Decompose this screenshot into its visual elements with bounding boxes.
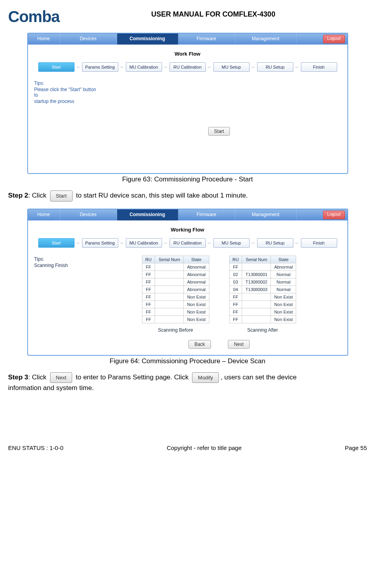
table-row: FFNon Exist xyxy=(229,301,296,308)
table-cell: Normal xyxy=(271,286,296,293)
scanning-before-table: RU Serial Num State FFAbnormalFFAbnormal… xyxy=(142,256,209,323)
step-ru-setup[interactable]: RU Setup xyxy=(257,238,293,248)
table-cell xyxy=(242,301,271,308)
step-finish[interactable]: Finish xyxy=(301,238,337,248)
tips-panel: Tips: Please click the "Start" button to… xyxy=(34,80,97,136)
table-cell: Non Exist xyxy=(271,308,296,315)
next-button[interactable]: Next xyxy=(228,340,250,349)
nav-firmware[interactable]: Firmware xyxy=(178,34,235,45)
logo: Comba xyxy=(8,8,60,26)
inline-modify-button[interactable]: Modify xyxy=(192,372,219,383)
footer-page: Page 55 xyxy=(345,444,367,451)
table-row: FFNon Exist xyxy=(142,315,209,323)
nav-management[interactable]: Management xyxy=(235,209,297,220)
nav-devices[interactable]: Devices xyxy=(60,34,117,45)
step-mu-cal[interactable]: MU Calibration xyxy=(126,238,162,248)
table-cell: Non Exist xyxy=(271,301,296,308)
col-ru: RU xyxy=(229,256,242,263)
table-cell: FF xyxy=(142,293,155,301)
col-state: State xyxy=(184,256,209,263)
step-finish[interactable]: Finish xyxy=(301,62,337,72)
arrow-icon: ↔ xyxy=(251,240,256,246)
step-mu-cal[interactable]: MU Calibration xyxy=(126,62,162,72)
table-cell: 04 xyxy=(229,286,242,293)
workflow-steps: Start↔ Params Setting↔ MU Calibration↔ R… xyxy=(38,62,337,72)
table-cell: FF xyxy=(142,271,155,278)
table-cell: FF xyxy=(142,278,155,286)
arrow-icon: ↔ xyxy=(207,240,212,246)
step-2-text: Step 2: Click Start to start RU device s… xyxy=(8,190,367,202)
nav-management[interactable]: Management xyxy=(235,34,297,45)
tips-line: startup the process xyxy=(34,99,97,104)
table-row: FFAbnormal xyxy=(142,271,209,278)
table-cell: Abnormal xyxy=(184,278,209,286)
table-cell: Abnormal xyxy=(184,271,209,278)
scanning-before-label: Scanning Before xyxy=(142,327,209,333)
table-cell: FF xyxy=(142,315,155,323)
step-mu-setup[interactable]: MU Setup xyxy=(213,238,250,248)
table-cell: 02 xyxy=(229,271,242,278)
table-row: FFNon Exist xyxy=(142,308,209,315)
table-cell: Non Exist xyxy=(184,293,209,301)
table-row: FFAbnormal xyxy=(142,286,209,293)
step-ru-cal[interactable]: RU Calibration xyxy=(170,238,206,248)
table-row: FFAbnormal xyxy=(229,263,296,271)
table-row: 03T13080002Normal xyxy=(229,278,296,286)
table-cell xyxy=(155,301,184,308)
workflow-title: Working Flow xyxy=(34,227,341,233)
table-cell xyxy=(155,293,184,301)
table-cell: T13080003 xyxy=(242,286,271,293)
table-cell: Normal xyxy=(271,271,296,278)
table-cell: Abnormal xyxy=(271,263,296,271)
tips-panel: Tips: Scanning Finish xyxy=(34,256,97,349)
table-cell: Non Exist xyxy=(271,293,296,301)
step-params[interactable]: Params Setting xyxy=(82,238,118,248)
table-cell: FF xyxy=(142,263,155,271)
tips-title: Tips: xyxy=(34,256,97,262)
table-cell xyxy=(155,263,184,271)
table-cell: FF xyxy=(229,293,242,301)
scanning-after-table: RU Serial Num State FFAbnormal02T1308000… xyxy=(229,256,297,323)
arrow-icon: ↔ xyxy=(119,64,124,70)
back-button[interactable]: Back xyxy=(188,340,211,349)
step-mu-setup[interactable]: MU Setup xyxy=(213,62,250,72)
col-state: State xyxy=(271,256,296,263)
table-row: FFNon Exist xyxy=(142,301,209,308)
logout-button[interactable]: Logout xyxy=(323,211,345,219)
nav-home[interactable]: Home xyxy=(28,209,60,220)
step-ru-setup[interactable]: RU Setup xyxy=(257,62,293,72)
table-cell: FF xyxy=(142,301,155,308)
table-cell xyxy=(242,263,271,271)
nav-commissioning[interactable]: Commissioning xyxy=(117,209,178,220)
table-cell xyxy=(155,278,184,286)
nav-firmware[interactable]: Firmware xyxy=(178,209,235,220)
manual-title: USER MANUAL FOR COMFLEX-4300 xyxy=(60,8,367,19)
table-cell: Non Exist xyxy=(184,315,209,323)
nav-commissioning[interactable]: Commissioning xyxy=(117,34,178,45)
step-ru-cal[interactable]: RU Calibration xyxy=(170,62,206,72)
figure-64-caption: Figure 64: Commissioning Procedure – Dev… xyxy=(8,357,367,365)
table-cell xyxy=(155,286,184,293)
table-row: FFAbnormal xyxy=(142,278,209,286)
logout-button[interactable]: Logout xyxy=(323,35,345,43)
start-button[interactable]: Start xyxy=(208,127,230,136)
scanning-after-label: Scanning After xyxy=(229,327,297,333)
workflow-title: Work Flow xyxy=(34,51,341,57)
step-start[interactable]: Start xyxy=(38,238,75,248)
table-cell: 03 xyxy=(229,278,242,286)
nav-devices[interactable]: Devices xyxy=(60,209,117,220)
table-cell: Non Exist xyxy=(184,301,209,308)
table-cell: Abnormal xyxy=(184,263,209,271)
arrow-icon: ↔ xyxy=(76,64,80,70)
step-start[interactable]: Start xyxy=(38,62,75,72)
table-cell xyxy=(242,308,271,315)
col-serial: Serial Num xyxy=(155,256,184,263)
table-row: FFNon Exist xyxy=(142,293,209,301)
arrow-icon: ↔ xyxy=(163,240,168,246)
arrow-icon: ↔ xyxy=(163,64,168,70)
inline-start-button[interactable]: Start xyxy=(50,190,73,202)
inline-next-button[interactable]: Next xyxy=(50,372,73,383)
step-params[interactable]: Params Setting xyxy=(82,62,118,72)
nav-home[interactable]: Home xyxy=(28,34,60,45)
table-cell: FF xyxy=(142,286,155,293)
